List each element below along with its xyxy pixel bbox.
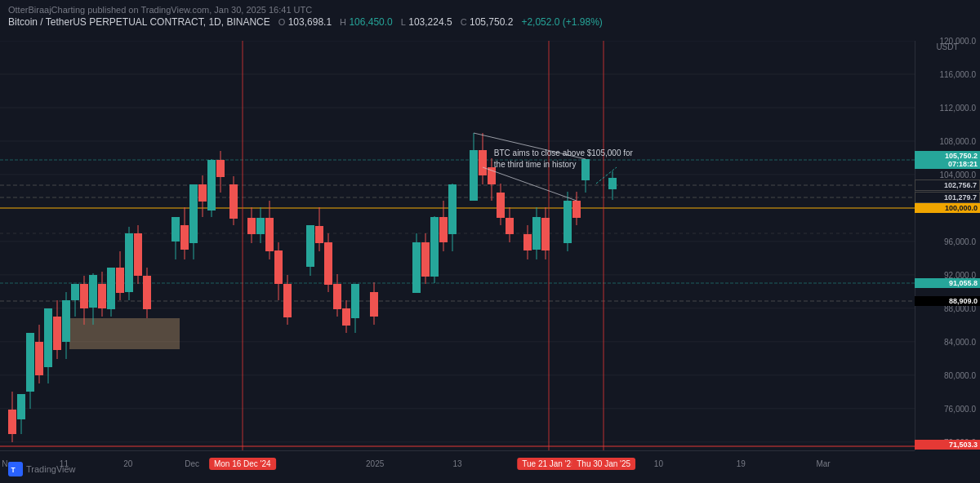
change-value: +2,052.0 — [521, 16, 559, 28]
svg-rect-25 — [69, 318, 180, 349]
svg-rect-109 — [479, 150, 487, 175]
svg-rect-95 — [370, 292, 378, 317]
x-axis-label: 20 — [123, 459, 132, 468]
svg-rect-107 — [470, 150, 478, 201]
svg-rect-121 — [541, 218, 550, 250]
svg-rect-83 — [306, 225, 314, 267]
svg-text:T: T — [11, 466, 16, 474]
x-axis-label: 10 — [654, 459, 663, 468]
svg-rect-33 — [35, 342, 43, 375]
svg-rect-71 — [229, 184, 238, 219]
svg-rect-79 — [274, 250, 283, 284]
y-axis-label: 76,000.0 — [944, 404, 976, 413]
svg-rect-115 — [506, 218, 514, 234]
svg-line-130 — [474, 133, 586, 159]
svg-rect-55 — [134, 233, 142, 276]
svg-rect-81 — [283, 284, 292, 317]
svg-rect-65 — [198, 184, 207, 202]
svg-rect-127 — [581, 159, 590, 180]
svg-rect-29 — [17, 394, 25, 419]
tradingview-label: TradingView — [26, 464, 76, 474]
x-axis-label-highlight: Thu 30 Jan '25 — [572, 458, 635, 470]
svg-rect-113 — [497, 193, 505, 218]
x-axis-label-highlight: Mon 16 Dec '24 — [209, 458, 276, 470]
svg-rect-105 — [448, 184, 457, 234]
svg-rect-43 — [80, 284, 88, 308]
svg-rect-93 — [351, 284, 359, 318]
y-axis-label: 112,000.0 — [940, 103, 977, 112]
svg-rect-73 — [247, 218, 256, 234]
svg-rect-91 — [342, 308, 350, 326]
svg-rect-89 — [333, 284, 341, 309]
svg-rect-49 — [107, 268, 115, 309]
svg-rect-31 — [26, 333, 34, 392]
svg-rect-45 — [89, 275, 97, 308]
svg-rect-41 — [71, 284, 79, 300]
y-axis-label: 104,000.0 — [940, 170, 977, 179]
change-pct: (+1.98%) — [563, 16, 603, 28]
chart-area: BTC aims to close above $105,000 forthe … — [0, 41, 915, 450]
svg-rect-99 — [421, 242, 430, 277]
svg-rect-27 — [8, 410, 16, 434]
svg-rect-39 — [62, 300, 70, 342]
svg-rect-59 — [172, 217, 180, 242]
y-axis-label: 116,000.0 — [940, 69, 977, 78]
x-axis-label: Mar — [816, 459, 830, 468]
y-axis-label: 108,000.0 — [940, 136, 977, 145]
x-axis-label-highlight: Tue 21 Jan '25 — [517, 458, 580, 470]
x-axis-label: 13 — [452, 459, 461, 468]
svg-rect-67 — [207, 160, 216, 210]
price-badge-91055: 91,055.8 — [915, 278, 980, 288]
svg-rect-101 — [430, 217, 439, 277]
svg-rect-51 — [116, 268, 124, 293]
svg-rect-69 — [216, 160, 225, 177]
instrument-label: Bitcoin / TetherUS PERPETUAL CONTRACT, 1… — [8, 16, 270, 28]
high-label: H — [340, 17, 346, 27]
y-axis: 120,000.0116,000.0112,000.0108,000.0104,… — [915, 41, 980, 450]
svg-rect-125 — [572, 201, 581, 218]
svg-rect-47 — [98, 284, 106, 308]
price-badge-current: 105,750.207:18:21 — [915, 151, 980, 169]
svg-rect-37 — [53, 317, 61, 350]
close-value: 105,750.2 — [470, 16, 513, 28]
open-value: 103,698.1 — [288, 16, 332, 28]
svg-rect-53 — [125, 233, 133, 292]
chart-container: OtterBiraajCharting published on Trading… — [0, 0, 980, 483]
svg-rect-63 — [189, 184, 198, 243]
svg-rect-61 — [180, 225, 189, 250]
chart-svg — [0, 41, 915, 450]
svg-rect-35 — [44, 308, 52, 367]
x-axis-label: 19 — [737, 459, 746, 468]
y-axis-label: 80,000.0 — [944, 370, 976, 379]
tradingview-logo: T TradingView — [8, 462, 76, 476]
svg-rect-97 — [412, 242, 421, 293]
published-info: OtterBiraajCharting published on Trading… — [8, 5, 972, 15]
price-badge-102756: 102,756.7 — [915, 179, 980, 191]
currency-label: USDT — [915, 41, 980, 53]
x-axis-label: Dec — [185, 459, 199, 468]
high-value: 106,450.0 — [349, 16, 392, 28]
price-badge-101279: 101,279.7 — [915, 192, 980, 203]
y-axis-label: 96,000.0 — [944, 237, 976, 246]
svg-rect-57 — [143, 276, 151, 309]
close-label: C — [461, 17, 467, 27]
price-badge-88909: 88,909.0 — [915, 296, 980, 306]
low-label: L — [401, 17, 406, 27]
svg-rect-75 — [256, 218, 265, 234]
tv-icon: T — [8, 462, 23, 476]
svg-rect-129 — [608, 178, 617, 189]
svg-rect-103 — [439, 217, 448, 242]
svg-rect-87 — [324, 242, 332, 285]
y-axis-label: 84,000.0 — [944, 337, 976, 346]
low-value: 103,224.5 — [408, 16, 452, 28]
x-axis: Nov1120Dec2025131019MarMon 16 Dec '24Tue… — [0, 450, 915, 483]
svg-rect-123 — [564, 201, 572, 243]
price-badge-100000: 100,000.0 — [915, 203, 980, 213]
open-label: O — [278, 17, 286, 27]
svg-rect-117 — [523, 234, 532, 250]
instrument-info: Bitcoin / TetherUS PERPETUAL CONTRACT, 1… — [8, 16, 972, 28]
chart-header: OtterBiraajCharting published on Trading… — [0, 0, 980, 33]
svg-rect-77 — [265, 218, 274, 251]
svg-rect-119 — [532, 217, 541, 250]
x-axis-label: 2025 — [366, 459, 384, 468]
